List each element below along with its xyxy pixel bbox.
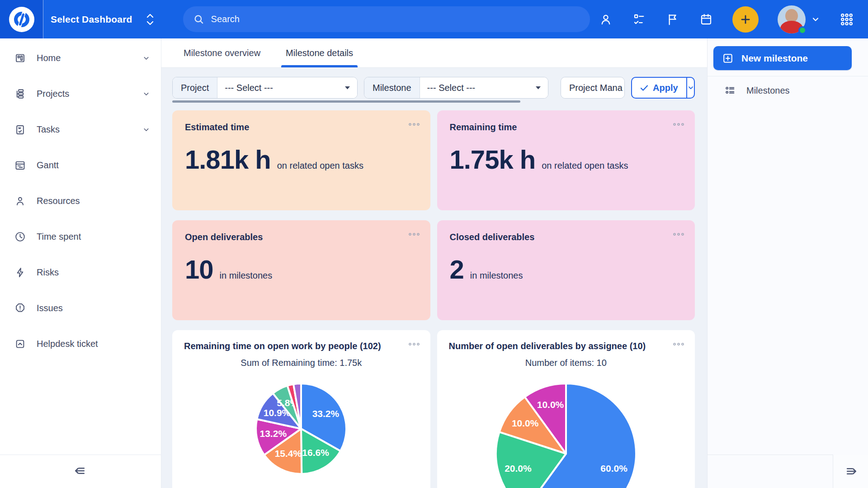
sidebar-item-label: Tasks [37,124,132,135]
sidebar-item-issues[interactable]: Issues [0,290,161,326]
apply-button-group: Apply [631,77,695,99]
sidebar-item-label: Home [37,53,132,63]
card-estimated-time: Estimated time 1.81k h on related open t… [172,110,430,210]
filter-project-manager[interactable]: Project Mana [561,77,625,99]
expand-panel-icon[interactable] [833,455,868,488]
card-title: Closed deliverables [450,232,683,242]
svg-text:20.0%: 20.0% [505,463,532,474]
right-panel-item-milestones[interactable]: Milestones [708,76,868,104]
card-closed-deliverables: Closed deliverables 2 in milestones [437,220,695,320]
plus-square-icon [722,52,734,65]
new-milestone-label: New milestone [741,53,808,64]
filter-project-select[interactable]: --- Select --- [217,77,357,98]
risks-icon [14,266,26,279]
svg-text:15.4%: 15.4% [275,448,302,459]
card-menu-icon[interactable] [672,121,685,128]
chevron-down-icon [142,54,150,62]
collapse-sidebar-icon[interactable] [73,463,88,480]
account-menu [778,5,820,33]
card-open-deliverables: Open deliverables 10 in milestones [172,220,430,320]
new-milestone-button[interactable]: New milestone [713,46,852,70]
tab-milestone-overview[interactable]: Milestone overview [179,38,265,67]
pie-chart-svg: 33.2%16.6%15.4%13.2%10.9%5.8% [253,381,349,477]
card-caption: in milestones [470,270,523,281]
sidebar-item-label: Time spent [37,232,150,242]
app-logo[interactable] [0,0,43,38]
checklist-icon[interactable] [632,12,646,27]
avatar[interactable] [778,5,806,33]
card-title: Remaining time [450,122,683,133]
card-title: Estimated time [185,122,418,133]
pie-chart: 60.0%20.0%10.0%10.0% [449,381,684,488]
sidebar-item-label: Projects [37,89,132,99]
sidebar-item-home[interactable]: Home [0,40,161,76]
card-remaining-time: Remaining time 1.75k h on related open t… [437,110,695,210]
right-panel-item-label: Milestones [746,85,790,96]
sidebar-item-projects[interactable]: Projects [0,76,161,112]
chart-open-deliverables-by-assignee: Number of open deliverables by assignee … [437,330,695,488]
flag-icon[interactable] [665,12,680,27]
issues-icon [14,302,26,314]
sidebar-item-time-spent[interactable]: Time spent [0,219,161,255]
svg-text:16.6%: 16.6% [302,447,330,458]
chevron-up-down-icon [144,12,156,27]
card-caption: on related open tasks [277,161,363,171]
calendar-icon[interactable] [699,12,713,27]
dropdown-arrow-icon [345,86,350,90]
chart-remaining-time-by-people: Remaining time on open work by people (1… [172,330,430,488]
chevron-down-icon[interactable] [811,15,820,24]
chart-subtitle: Number of items: 10 [449,358,684,368]
card-menu-icon[interactable] [672,231,685,238]
filter-horizontal-scrollbar[interactable] [172,100,520,103]
sidebar: Home Projects Tasks Gantt [0,38,161,488]
card-value: 1.75k h [450,144,536,175]
chart-title: Number of open deliverables by assignee … [449,341,684,351]
card-menu-icon[interactable] [408,121,420,128]
tab-label: Milestone details [286,48,353,58]
card-title: Open deliverables [185,232,418,242]
right-panel: New milestone Milestones [707,38,868,488]
svg-text:60.0%: 60.0% [600,463,627,474]
online-status-dot [798,26,807,34]
dropdown-arrow-icon [536,86,541,90]
tab-label: Milestone overview [184,48,260,58]
filter-milestone-select[interactable]: --- Select --- [420,77,548,98]
sidebar-item-resources[interactable]: Resources [0,183,161,219]
card-value: 10 [185,254,213,284]
resources-icon [14,195,26,207]
tab-milestone-details[interactable]: Milestone details [281,38,358,67]
card-menu-icon[interactable] [408,231,420,238]
filter-project: Project --- Select --- [172,77,358,99]
pie-chart: 33.2%16.6%15.4%13.2%10.9%5.8% [184,381,419,477]
apply-button-label: Apply [653,83,678,93]
add-button[interactable] [732,6,759,33]
sidebar-item-risks[interactable]: Risks [0,255,161,290]
sidebar-item-helpdesk-ticket[interactable]: Helpdesk ticket [0,326,161,362]
svg-text:10.0%: 10.0% [537,399,564,410]
sidebar-item-tasks[interactable]: Tasks [0,112,161,147]
chart-title: Remaining time on open work by people (1… [184,341,419,351]
filter-milestone-value: --- Select --- [427,83,476,93]
gantt-icon [14,159,26,171]
chevron-down-icon [142,126,150,133]
user-icon[interactable] [599,12,613,27]
sidebar-item-label: Issues [37,303,150,313]
card-menu-icon[interactable] [408,341,420,348]
chevron-down-icon [142,90,150,98]
apply-options-chevron[interactable] [686,78,694,98]
card-menu-icon[interactable] [672,341,685,348]
dashboard-selector-label: Select Dashboard [51,14,132,25]
topbar: Select Dashboard [0,0,868,38]
chart-subtitle: Sum of Remaining time: 1.75k [184,358,419,368]
svg-text:33.2%: 33.2% [312,408,340,419]
search-bar[interactable] [183,6,590,32]
dashboard-content: Project --- Select --- Milestone --- Sel… [161,68,707,488]
apply-button[interactable]: Apply [632,78,686,98]
sidebar-item-gantt[interactable]: Gantt [0,147,161,183]
dashboard-selector[interactable]: Select Dashboard [51,12,156,27]
apps-grid-icon[interactable] [839,12,854,27]
time-spent-icon [14,231,26,243]
search-input[interactable] [211,14,580,24]
filter-milestone: Milestone --- Select --- [364,77,548,99]
pie-chart-svg: 60.0%20.0%10.0%10.0% [493,381,639,488]
